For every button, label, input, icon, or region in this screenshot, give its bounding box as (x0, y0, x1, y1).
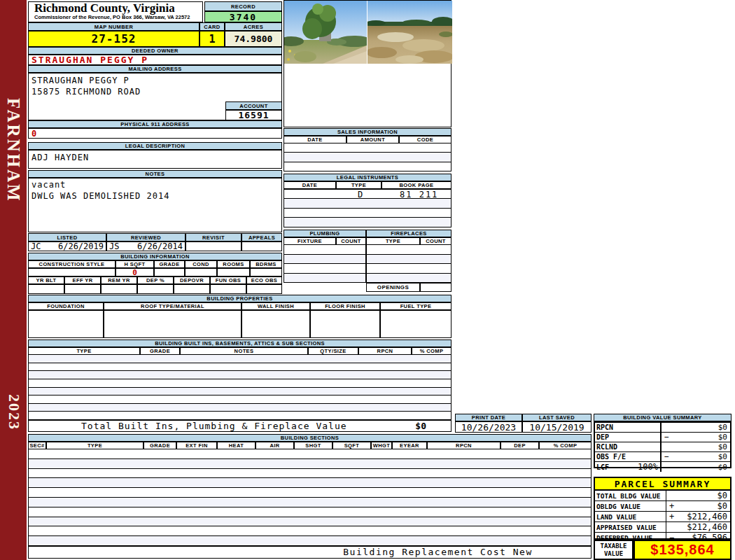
built-ins-row[interactable] (29, 388, 451, 396)
floor-finish-field[interactable] (310, 310, 380, 338)
building-section-row[interactable] (29, 449, 591, 459)
sec-num-label: SEC# (28, 442, 46, 449)
deeded-owner-label: DEEDED OWNER (28, 47, 282, 55)
physical-911-field[interactable]: 0 (28, 128, 282, 139)
reviewed-field[interactable]: JS 6/26/2014 (106, 241, 186, 251)
plumbing-row[interactable] (284, 264, 365, 274)
building-section-row[interactable] (29, 507, 591, 517)
plumbing-row[interactable] (284, 245, 365, 255)
built-ins-row[interactable] (29, 396, 451, 404)
notes-line-1: vacant (29, 178, 281, 190)
instrument-row[interactable] (284, 199, 451, 209)
built-ins-row[interactable] (29, 371, 451, 379)
depovr-field[interactable] (174, 284, 210, 294)
sales-date-label: DATE (284, 136, 346, 144)
sales-row[interactable] (284, 162, 451, 171)
listed-field[interactable]: JC 6/26/2019 (28, 241, 106, 251)
built-ins-total-value: $0 (415, 421, 426, 431)
instrument-row[interactable] (284, 218, 451, 227)
sales-amount-label: AMOUNT (346, 136, 399, 144)
reviewed-label: REVIEWED (106, 233, 186, 241)
fuel-type-field[interactable] (380, 310, 451, 338)
fireplace-row[interactable] (367, 264, 451, 274)
listed-date: 6/26/2019 (58, 241, 104, 251)
floor-finish-label: FLOOR FINISH (310, 302, 380, 310)
instrument-row[interactable] (284, 209, 451, 218)
appeals-label: APPEALS (241, 233, 282, 241)
plumbing-row[interactable] (284, 255, 365, 265)
legal-description-field[interactable]: ADJ HAYDEN (28, 150, 282, 169)
built-ins-rows (28, 355, 451, 420)
district-name: FARNHAM (4, 98, 23, 203)
property-photo-right[interactable] (368, 1, 452, 64)
fireplace-row[interactable] (367, 274, 451, 283)
built-ins-row[interactable] (29, 404, 451, 412)
section-rpcn-label: RPCN (427, 442, 500, 449)
parcel-summary-table: TOTAL BLDG VALUE $0 OBLDG VALUE +$0 LAND… (594, 491, 732, 540)
rooms-field[interactable] (217, 268, 250, 276)
eff-yr-label: EFF YR (64, 276, 101, 284)
revisit-field[interactable] (186, 241, 241, 251)
h-sqft-field[interactable]: 0 (115, 268, 154, 276)
eff-yr-field[interactable] (64, 284, 101, 294)
account-field[interactable]: 16591 (225, 110, 282, 120)
fireplace-row[interactable] (367, 245, 451, 255)
legal-description-label: LEGAL DESCRIPTION (28, 142, 282, 150)
construction-style-field[interactable] (28, 268, 115, 276)
taxable-label-line1: TAXABLE (601, 542, 627, 550)
notes-field[interactable]: vacant DWLG WAS DEMOLISHED 2014 (28, 178, 282, 232)
sales-code-label: CODE (399, 136, 451, 144)
bdrms-field[interactable] (250, 268, 282, 276)
fireplace-rows (366, 245, 451, 283)
building-section-row[interactable] (29, 488, 591, 498)
bvs-value-rpcn: $0 (662, 423, 730, 432)
sales-information-title: SALES INFORMATION (284, 128, 451, 136)
building-section-row[interactable] (29, 459, 591, 469)
eco-obs-field[interactable] (246, 284, 282, 294)
building-section-row[interactable] (29, 478, 591, 488)
grade-field[interactable] (154, 268, 185, 276)
building-section-row[interactable] (29, 536, 591, 545)
property-photo-left[interactable] (284, 1, 367, 64)
sales-row[interactable] (284, 153, 451, 162)
heat-label: HEAT (217, 442, 255, 449)
built-ins-row[interactable] (29, 379, 451, 388)
building-section-row[interactable] (29, 526, 591, 536)
rem-yr-field[interactable] (101, 284, 137, 294)
fireplace-type-label: TYPE (366, 237, 420, 245)
building-section-row[interactable] (29, 517, 591, 527)
dep-pct-field[interactable] (137, 284, 174, 294)
building-section-row[interactable] (29, 469, 591, 479)
sqft-label: SQFT (332, 442, 371, 449)
yr-blt-field[interactable] (28, 284, 64, 294)
plumbing-count-label: COUNT (336, 237, 366, 245)
acres-field[interactable]: 74.9800 (225, 31, 282, 47)
building-section-row[interactable] (29, 498, 591, 507)
map-number-field[interactable]: 27-152 (28, 31, 200, 47)
sales-row[interactable] (284, 144, 451, 153)
reviewed-date: 6/26/2014 (137, 241, 183, 251)
appeals-field[interactable] (241, 241, 282, 251)
built-ins-row[interactable] (29, 363, 451, 372)
plumbing-row[interactable] (284, 274, 365, 283)
instrument-bookpage-value: 81 211 (400, 190, 438, 199)
cond-field[interactable] (185, 268, 217, 276)
instrument-row-1[interactable]: D 81 211 (284, 189, 451, 199)
foundation-field[interactable] (28, 310, 104, 338)
fireplace-row[interactable] (367, 255, 451, 265)
deeded-owner-field[interactable]: STRAUGHAN PEGGY P (28, 55, 282, 65)
instrument-date-label: DATE (284, 181, 336, 189)
card-field[interactable]: 1 (200, 31, 225, 47)
fireplace-count-label: COUNT (420, 237, 451, 245)
roof-type-field[interactable] (104, 310, 241, 338)
bvs-value-lcf: $0 (662, 462, 730, 472)
wall-finish-field[interactable] (241, 310, 310, 338)
county-subtitle: Commissioner of the Revenue, PO Box 366,… (29, 14, 202, 20)
fun-obs-field[interactable] (210, 284, 246, 294)
building-value-summary-table: RPCN $0 DEP −$0 RCLND $0 OBS F/E −$0 LCF… (594, 421, 732, 468)
built-ins-row[interactable] (29, 355, 451, 363)
built-ins-row[interactable] (29, 412, 451, 419)
eyear-label: EYEAR (392, 442, 427, 449)
record-value-field[interactable]: 3740 (204, 11, 282, 22)
openings-field[interactable] (420, 283, 451, 292)
